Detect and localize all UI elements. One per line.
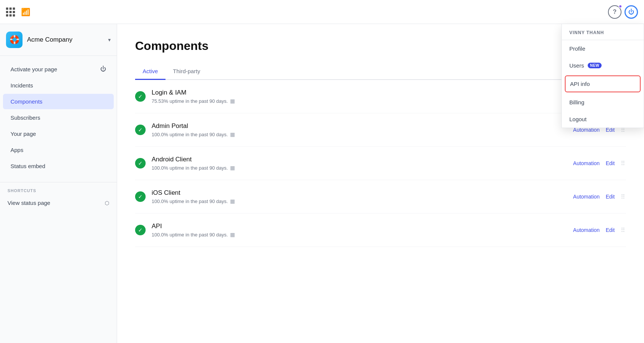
help-button[interactable]: ?: [608, 5, 621, 19]
power-icon: ⏻: [100, 66, 106, 72]
bar-chart-icon[interactable]: ▦: [230, 131, 235, 137]
check-icon: ✓: [135, 191, 146, 202]
sidebar-item-statusembed[interactable]: Status embed: [3, 158, 114, 174]
component-name: Android Client: [152, 156, 567, 163]
drag-handle[interactable]: ⠿: [621, 160, 626, 167]
sidebar-item-yourpage[interactable]: Your page: [3, 126, 114, 141]
component-info: Admin Portal 100.0% uptime in the past 9…: [152, 122, 567, 137]
bar-chart-icon[interactable]: ▦: [230, 98, 235, 104]
power-icon: ⏻: [628, 9, 634, 15]
view-status-page-item[interactable]: View status page ⬡: [8, 196, 109, 210]
shortcuts-label: Shortcuts: [8, 188, 109, 193]
component-uptime: 75.53% uptime in the past 90 days. ▦: [152, 98, 578, 104]
component-name: Login & IAM: [152, 89, 578, 96]
component-item: ✓ API 100.0% uptime in the past 90 days.…: [135, 214, 626, 247]
sidebar-item-label: Activate your page: [11, 66, 57, 72]
check-icon: ✓: [135, 91, 146, 102]
sidebar-item-label: Incidents: [11, 82, 33, 89]
sidebar-item-subscribers[interactable]: Subscribers: [3, 110, 114, 125]
component-item: ✓ Android Client 100.0% uptime in the pa…: [135, 147, 626, 180]
grid-icon[interactable]: [6, 8, 15, 17]
sidebar: 🛟 Acme Company ▾ Activate your page ⏻ In…: [0, 24, 117, 343]
sidebar-item-label: Apps: [11, 147, 23, 153]
component-item: ✓ iOS Client 100.0% uptime in the past 9…: [135, 180, 626, 214]
sidebar-item-incidents[interactable]: Incidents: [3, 78, 114, 93]
component-name: iOS Client: [152, 189, 567, 197]
top-nav-left: 📶: [6, 8, 30, 17]
check-icon: ✓: [135, 158, 146, 168]
edit-link[interactable]: Edit: [606, 194, 615, 200]
automation-link[interactable]: Automation: [573, 194, 600, 200]
drag-handle[interactable]: ⠿: [621, 227, 626, 234]
dropdown-users[interactable]: Users NEW: [562, 57, 644, 74]
component-name: API: [152, 223, 567, 230]
sidebar-item-components[interactable]: Components: [3, 94, 114, 109]
sidebar-item-label: Your page: [11, 131, 36, 137]
layout: 🛟 Acme Company ▾ Activate your page ⏻ In…: [0, 24, 644, 343]
sidebar-item-label: Components: [11, 98, 42, 105]
component-uptime: 100.0% uptime in the past 90 days. ▦: [152, 198, 567, 204]
shortcuts-section: Shortcuts View status page ⬡: [0, 182, 117, 213]
top-nav-right: ? ⏻: [608, 5, 638, 19]
component-uptime: 100.0% uptime in the past 90 days. ▦: [152, 232, 567, 238]
top-nav: 📶 ? ⏻: [0, 0, 644, 24]
component-item: ✓ Login & IAM 75.53% uptime in the past …: [135, 80, 626, 113]
component-uptime: 100.0% uptime in the past 90 days. ▦: [152, 165, 567, 171]
dropdown-users-label: Users: [569, 62, 584, 69]
dropdown-username: VINNY THANH: [562, 24, 644, 40]
automation-link[interactable]: Automation: [573, 227, 600, 233]
help-badge: [618, 5, 622, 8]
edit-link[interactable]: Edit: [606, 160, 615, 166]
component-actions: Automation Edit ⠿: [573, 160, 626, 167]
tab-thirdparty[interactable]: Third-party: [166, 63, 208, 80]
dropdown-billing[interactable]: Billing: [562, 94, 644, 111]
nav-list: Activate your page ⏻ Incidents Component…: [0, 56, 117, 179]
tab-row: Active Third-party Add component: [135, 63, 626, 80]
bar-chart-icon[interactable]: ▦: [230, 232, 235, 238]
tab-active[interactable]: Active: [135, 63, 166, 80]
component-info: Login & IAM 75.53% uptime in the past 90…: [152, 89, 578, 104]
sidebar-item-label: Subscribers: [11, 114, 40, 121]
automation-link[interactable]: Automation: [573, 160, 600, 166]
check-icon: ✓: [135, 225, 146, 235]
view-status-page-label: View status page: [8, 200, 50, 206]
chevron-down-icon: ▾: [108, 37, 111, 43]
external-link-icon: ⬡: [105, 200, 109, 206]
dropdown-profile[interactable]: Profile: [562, 40, 644, 57]
power-button[interactable]: ⏻: [624, 5, 638, 19]
new-badge: NEW: [588, 63, 602, 68]
dropdown-profile-label: Profile: [569, 45, 585, 52]
page-title: Components: [135, 39, 626, 53]
company-logo: 🛟: [6, 32, 23, 48]
dropdown-logout-label: Logout: [569, 116, 587, 122]
component-list: ✓ Login & IAM 75.53% uptime in the past …: [135, 80, 626, 247]
sidebar-item-activate[interactable]: Activate your page ⏻: [3, 61, 114, 77]
dropdown-api-info[interactable]: API info: [565, 75, 641, 92]
company-name: Acme Company: [27, 36, 104, 44]
dropdown-logout[interactable]: Logout: [562, 111, 644, 128]
bar-chart-icon[interactable]: ▦: [230, 165, 235, 171]
wifi-icon[interactable]: 📶: [21, 8, 30, 17]
component-name: Admin Portal: [152, 122, 567, 130]
bar-chart-icon[interactable]: ▦: [230, 198, 235, 204]
user-dropdown-menu: VINNY THANH Profile Users NEW API info B…: [561, 24, 644, 128]
component-info: API 100.0% uptime in the past 90 days. ▦: [152, 223, 567, 238]
dropdown-billing-label: Billing: [569, 99, 584, 105]
component-info: iOS Client 100.0% uptime in the past 90 …: [152, 189, 567, 204]
component-item: ✓ Admin Portal 100.0% uptime in the past…: [135, 113, 626, 147]
drag-handle[interactable]: ⠿: [621, 193, 626, 200]
sidebar-item-apps[interactable]: Apps: [3, 142, 114, 158]
tabs: Active Third-party: [135, 63, 208, 79]
dropdown-api-info-label: API info: [570, 81, 590, 87]
component-actions: Automation Edit ⠿: [573, 227, 626, 234]
sidebar-item-label: Status embed: [11, 163, 45, 169]
component-actions: Automation Edit ⠿: [573, 193, 626, 200]
company-logo-emoji: 🛟: [9, 35, 20, 45]
edit-link[interactable]: Edit: [606, 227, 615, 233]
help-label: ?: [613, 9, 617, 15]
company-header[interactable]: 🛟 Acme Company ▾: [0, 24, 117, 56]
check-icon: ✓: [135, 125, 146, 135]
component-info: Android Client 100.0% uptime in the past…: [152, 156, 567, 171]
component-uptime: 100.0% uptime in the past 90 days. ▦: [152, 131, 567, 137]
